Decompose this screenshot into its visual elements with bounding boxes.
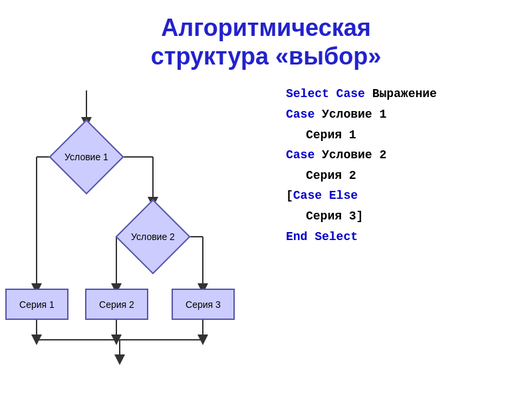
seria1-box: Серия 1 xyxy=(5,289,68,320)
page-title: Алгоритмическая структура «выбор» xyxy=(0,0,532,70)
code-line7: Серия 3] xyxy=(306,206,532,227)
diamond1-label: Условие 1 xyxy=(60,130,113,184)
code-line2-rest: Условие 1 xyxy=(315,108,386,121)
seria3-box: Серия 3 xyxy=(172,289,235,320)
code-line4: Case Условие 2 xyxy=(286,145,532,166)
seria2-box: Серия 2 xyxy=(85,289,148,320)
code-line5: Серия 2 xyxy=(306,166,532,186)
kw-end-select: End Select xyxy=(286,230,358,243)
code-block: Select Case Выражение Case Условие 1 Сер… xyxy=(279,84,532,370)
kw-select-case: Select Case xyxy=(286,87,365,100)
kw-case1: Case xyxy=(286,108,315,121)
code-line8: End Select xyxy=(286,227,532,247)
kw-case2: Case xyxy=(286,148,315,162)
code-line3: Серия 1 xyxy=(306,125,532,146)
code-line1-rest: Выражение xyxy=(365,87,437,100)
seria1-label: Серия 1 xyxy=(306,128,356,142)
code-line4-rest: Условие 2 xyxy=(315,148,386,162)
code-line6: [Case Else xyxy=(286,186,532,206)
title-line1: Алгоритмическая xyxy=(0,13,532,42)
bracket-open: [ xyxy=(286,189,293,202)
seria3-label: Серия 3] xyxy=(306,209,363,223)
seria2-label: Серия 2 xyxy=(306,169,356,182)
flowchart: Условие 1 Условие 2 Серия 1 Серия 2 Сери… xyxy=(0,84,279,370)
code-line2: Case Условие 1 xyxy=(286,104,532,125)
diamond2-label: Условие 2 xyxy=(126,210,180,263)
title-line2: структура «выбор» xyxy=(0,42,532,70)
code-line1: Select Case Выражение xyxy=(286,84,532,104)
kw-case-else: Case Else xyxy=(293,189,358,202)
